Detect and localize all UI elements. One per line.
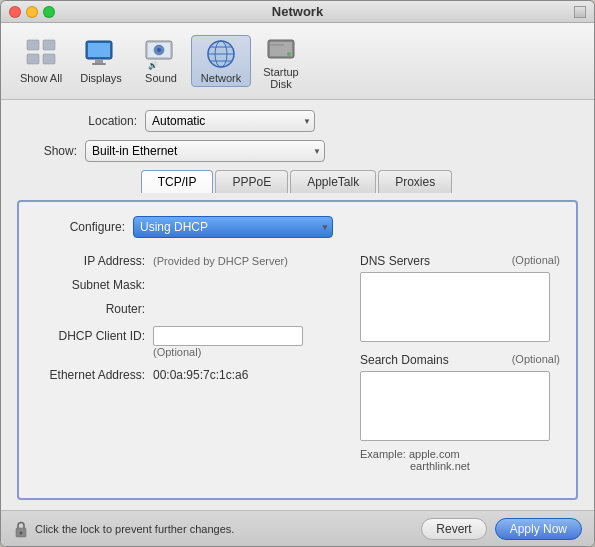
traffic-lights bbox=[9, 6, 55, 18]
lock-icon[interactable] bbox=[13, 520, 29, 538]
toolbar-item-startup-disk[interactable]: Startup Disk bbox=[251, 29, 311, 93]
content-area: Location: Automatic Show: Built-in Ether… bbox=[1, 100, 594, 510]
ethernet-address-label: Ethernet Address: bbox=[35, 368, 145, 382]
toolbar: Show All Displays bbox=[1, 23, 594, 100]
dns-servers-label: DNS Servers bbox=[360, 254, 430, 268]
example-label: Example: bbox=[360, 448, 406, 460]
toolbar-item-displays[interactable]: Displays bbox=[71, 35, 131, 87]
show-all-label: Show All bbox=[20, 72, 62, 84]
svg-rect-2 bbox=[27, 54, 39, 64]
tab-tcpip[interactable]: TCP/IP bbox=[141, 170, 214, 193]
sound-icon: 🔊 bbox=[145, 38, 177, 70]
revert-button[interactable]: Revert bbox=[421, 518, 486, 540]
location-row: Location: Automatic bbox=[17, 110, 578, 132]
svg-point-18 bbox=[208, 41, 234, 67]
search-domains-input[interactable] bbox=[360, 371, 550, 441]
svg-point-21 bbox=[287, 52, 291, 56]
location-select[interactable]: Automatic bbox=[145, 110, 315, 132]
minimize-button[interactable] bbox=[26, 6, 38, 18]
example-area: Example: apple.com earthlink.net bbox=[360, 448, 560, 472]
location-label: Location: bbox=[17, 114, 137, 128]
startup-disk-label: Startup Disk bbox=[256, 66, 306, 90]
startup-disk-icon bbox=[265, 32, 297, 64]
show-select[interactable]: Built-in Ethernet bbox=[85, 140, 325, 162]
tabs-container: TCP/IP PPPoE AppleTalk Proxies bbox=[17, 170, 578, 193]
subnet-mask-label: Subnet Mask: bbox=[35, 278, 145, 292]
example-value2: earthlink.net bbox=[410, 460, 470, 472]
subnet-mask-row: Subnet Mask: bbox=[35, 278, 344, 292]
ethernet-address-value: 00:0a:95:7c:1c:a6 bbox=[153, 368, 248, 382]
dhcp-client-id-row: DHCP Client ID: (Optional) bbox=[35, 326, 344, 358]
svg-rect-7 bbox=[92, 63, 106, 65]
two-col-layout: IP Address: (Provided by DHCP Server) Su… bbox=[35, 254, 560, 472]
search-domains-label: Search Domains bbox=[360, 353, 449, 367]
svg-point-11 bbox=[157, 48, 161, 52]
dhcp-input-area: (Optional) bbox=[153, 326, 303, 358]
left-col: IP Address: (Provided by DHCP Server) Su… bbox=[35, 254, 344, 472]
show-select-wrapper: Built-in Ethernet bbox=[85, 140, 325, 162]
displays-label: Displays bbox=[80, 72, 122, 84]
lock-text: Click the lock to prevent further change… bbox=[35, 523, 234, 535]
lock-area: Click the lock to prevent further change… bbox=[13, 520, 413, 538]
dhcp-client-id-label: DHCP Client ID: bbox=[35, 329, 145, 343]
svg-rect-1 bbox=[43, 40, 55, 50]
svg-point-24 bbox=[20, 531, 23, 534]
show-label: Show: bbox=[17, 144, 77, 158]
svg-rect-5 bbox=[88, 43, 110, 57]
toolbar-item-network[interactable]: Network bbox=[191, 35, 251, 87]
show-row: Show: Built-in Ethernet bbox=[17, 140, 578, 162]
ethernet-address-row: Ethernet Address: 00:0a:95:7c:1c:a6 bbox=[35, 368, 344, 382]
dhcp-client-id-note: (Optional) bbox=[153, 346, 303, 358]
router-label: Router: bbox=[35, 302, 145, 316]
router-row: Router: bbox=[35, 302, 344, 316]
search-domains-header: Search Domains (Optional) bbox=[360, 353, 560, 367]
svg-rect-3 bbox=[43, 54, 55, 64]
svg-rect-22 bbox=[270, 44, 284, 46]
maximize-button[interactable] bbox=[43, 6, 55, 18]
search-domains-optional: (Optional) bbox=[512, 353, 560, 367]
tab-pppoe[interactable]: PPPoE bbox=[215, 170, 288, 193]
example-value1: apple.com bbox=[409, 448, 460, 460]
close-button[interactable] bbox=[9, 6, 21, 18]
window: Network Show All bbox=[0, 0, 595, 547]
dns-servers-optional: (Optional) bbox=[512, 254, 560, 268]
titlebar: Network bbox=[1, 1, 594, 23]
configure-label: Configure: bbox=[35, 220, 125, 234]
network-label: Network bbox=[201, 72, 241, 84]
toolbar-item-sound[interactable]: 🔊 Sound bbox=[131, 35, 191, 87]
ip-address-value-area: (Provided by DHCP Server) bbox=[153, 255, 288, 267]
ip-address-row: IP Address: (Provided by DHCP Server) bbox=[35, 254, 344, 268]
sound-label: Sound bbox=[145, 72, 177, 84]
window-title: Network bbox=[272, 4, 323, 19]
show-all-icon bbox=[25, 38, 57, 70]
configure-select[interactable]: Using DHCP bbox=[133, 216, 333, 238]
svg-rect-6 bbox=[95, 60, 103, 63]
location-select-wrapper: Automatic bbox=[145, 110, 315, 132]
svg-rect-0 bbox=[27, 40, 39, 50]
resize-handle[interactable] bbox=[574, 6, 586, 18]
right-col: DNS Servers (Optional) Search Domains (O… bbox=[360, 254, 560, 472]
inner-panel: Configure: Using DHCP IP Address: (Provi… bbox=[17, 200, 578, 500]
configure-row: Configure: Using DHCP bbox=[35, 216, 560, 238]
tab-appletalk[interactable]: AppleTalk bbox=[290, 170, 376, 193]
dhcp-client-id-input[interactable] bbox=[153, 326, 303, 346]
ip-address-label: IP Address: bbox=[35, 254, 145, 268]
apply-now-button[interactable]: Apply Now bbox=[495, 518, 582, 540]
tab-proxies[interactable]: Proxies bbox=[378, 170, 452, 193]
displays-icon bbox=[85, 38, 117, 70]
bottom-bar: Click the lock to prevent further change… bbox=[1, 510, 594, 546]
ip-address-note: (Provided by DHCP Server) bbox=[153, 255, 288, 267]
svg-text:🔊: 🔊 bbox=[148, 60, 158, 70]
configure-select-wrapper: Using DHCP bbox=[133, 216, 333, 238]
dns-servers-header: DNS Servers (Optional) bbox=[360, 254, 560, 268]
toolbar-item-show-all[interactable]: Show All bbox=[11, 35, 71, 87]
network-icon bbox=[205, 38, 237, 70]
dns-servers-input[interactable] bbox=[360, 272, 550, 342]
